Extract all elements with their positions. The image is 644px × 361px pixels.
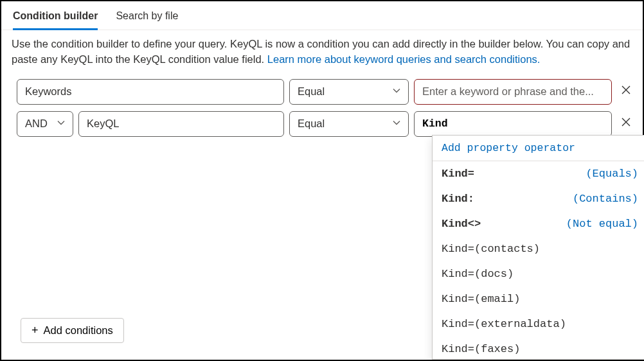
- remove-row-button[interactable]: [617, 115, 635, 133]
- condition-rows: Keywords Equal AND: [1, 67, 643, 137]
- close-icon: [621, 117, 631, 130]
- chevron-down-icon: [393, 119, 400, 128]
- logical-label: AND: [25, 118, 48, 130]
- suggestion-label: Kind=(faxes): [442, 343, 520, 355]
- tabs: Condition builder Search by file: [1, 1, 643, 30]
- tab-condition-builder[interactable]: Condition builder: [13, 8, 98, 30]
- property-select[interactable]: KeyQL: [78, 111, 284, 137]
- condition-row: AND KeyQL Equal: [17, 111, 627, 137]
- suggestion-label: Kind=(docs): [442, 268, 514, 280]
- autocomplete-dropdown: Add property operator Kind= (Equals) Kin…: [432, 135, 644, 360]
- operator-select[interactable]: Equal: [289, 79, 409, 105]
- learn-more-link[interactable]: Learn more about keyword queries and sea…: [267, 53, 541, 65]
- operator-label: Equal: [298, 118, 325, 130]
- operator-select[interactable]: Equal: [289, 111, 409, 137]
- suggestion-operator[interactable]: Kind: (Contains): [433, 186, 644, 211]
- suggestion-value[interactable]: Kind=(contacts): [433, 236, 644, 261]
- suggestion-label: Kind:: [442, 193, 474, 205]
- suggestion-value[interactable]: Kind=(externaldata): [433, 312, 644, 337]
- logical-select[interactable]: AND: [17, 111, 73, 137]
- suggestion-label: Kind=(email): [442, 293, 520, 305]
- keyql-field[interactable]: [422, 118, 604, 130]
- suggestion-label: Kind<>: [442, 218, 481, 230]
- suggestion-hint: (Contains): [573, 193, 638, 205]
- tab-search-by-file[interactable]: Search by file: [116, 8, 178, 30]
- chevron-down-icon: [393, 87, 400, 96]
- property-label: Keywords: [25, 85, 71, 98]
- suggestion-label: Kind=(externaldata): [442, 318, 566, 330]
- keyword-field[interactable]: [422, 85, 604, 98]
- suggestion-value[interactable]: Kind=(docs): [433, 261, 644, 286]
- remove-row-button[interactable]: [617, 83, 635, 101]
- property-select[interactable]: Keywords: [17, 79, 284, 105]
- property-label: KeyQL: [87, 118, 119, 130]
- description: Use the condition builder to define your…: [1, 30, 643, 67]
- autocomplete-header: Add property operator: [433, 136, 644, 161]
- chevron-down-icon: [57, 119, 65, 128]
- suggestion-value[interactable]: Kind=(faxes): [433, 337, 644, 360]
- suggestion-operator[interactable]: Kind<> (Not equal): [433, 211, 644, 236]
- suggestion-hint: (Not equal): [566, 218, 638, 230]
- suggestion-hint: (Equals): [586, 168, 638, 180]
- add-conditions-button[interactable]: + Add conditions: [21, 318, 124, 343]
- value-input[interactable]: [414, 111, 612, 137]
- suggestion-label: Kind=(contacts): [442, 243, 540, 255]
- operator-label: Equal: [298, 85, 325, 98]
- suggestion-value[interactable]: Kind=(email): [433, 286, 644, 312]
- suggestion-label: Kind=: [442, 168, 474, 180]
- suggestion-operator[interactable]: Kind= (Equals): [433, 161, 644, 186]
- plus-icon: +: [31, 324, 39, 337]
- condition-row: Keywords Equal: [17, 79, 627, 105]
- close-icon: [621, 85, 631, 98]
- value-input[interactable]: [414, 79, 612, 105]
- add-conditions-label: Add conditions: [44, 324, 113, 337]
